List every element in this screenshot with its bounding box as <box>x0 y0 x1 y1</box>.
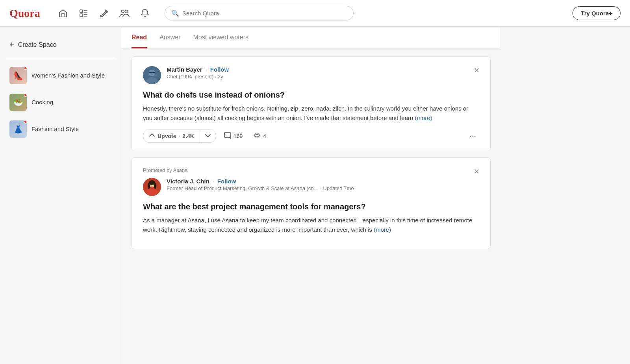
svg-point-25 <box>150 184 151 185</box>
share-count: 4 <box>263 133 266 139</box>
post-header: Martin Bayer · Follow Chef (1994–present… <box>143 66 479 84</box>
author-avatar-martin <box>143 66 161 84</box>
search-input[interactable] <box>182 10 347 17</box>
home-icon[interactable] <box>54 5 72 22</box>
svg-point-23 <box>148 183 150 189</box>
share-icon <box>254 132 261 140</box>
sidebar-item-label: Cooking <box>32 98 53 106</box>
upvote-group: Upvote · 2.4K <box>143 129 216 143</box>
post-card-1: Martin Bayer · Follow Chef (1994–present… <box>132 56 491 151</box>
tab-most-viewed[interactable]: Most viewed writers <box>193 27 248 48</box>
comment-button-1[interactable]: 169 <box>221 129 246 143</box>
author-line: Martin Bayer · Follow <box>167 66 479 73</box>
post-title-1: What do chefs use instead of onions? <box>143 90 479 100</box>
bell-icon[interactable] <box>136 5 154 22</box>
post-body-1: Honestly, there's no substitute for fres… <box>143 104 479 123</box>
post-body-text-2: As a manager at Asana, I use Asana to ke… <box>143 217 472 233</box>
svg-rect-16 <box>149 72 151 73</box>
svg-rect-1 <box>80 14 83 17</box>
author-name: Martin Bayer <box>167 66 202 73</box>
author-avatar-victoria <box>143 178 161 196</box>
plus-icon: + <box>9 40 14 49</box>
create-space-button[interactable]: + Create Space <box>6 36 115 53</box>
sidebar-avatar-cooking: 🥗 <box>9 94 27 111</box>
sidebar-item-label: Fashion and Style <box>32 125 79 133</box>
sidebar-avatar-womens-fashion: 👠 <box>9 67 27 84</box>
sidebar-item-fashion-style[interactable]: 👗 Fashion and Style <box>6 116 115 142</box>
sidebar-item-label: Women's Fashion and Style <box>32 72 105 79</box>
svg-rect-0 <box>80 10 83 13</box>
dot-separator: · <box>206 67 207 73</box>
tab-read[interactable]: Read <box>132 27 147 48</box>
sidebar-item-womens-fashion[interactable]: 👠 Women's Fashion and Style <box>6 63 115 88</box>
post-sub-meta: Chef (1994–present) · 2y <box>167 74 479 79</box>
follow-button-1[interactable]: Follow <box>210 66 229 73</box>
follow-button-2[interactable]: Follow <box>217 178 236 185</box>
tabs-bar: Read Answer Most viewed writers <box>122 27 500 48</box>
close-post-2-button[interactable]: ✕ <box>471 166 482 177</box>
tab-answer[interactable]: Answer <box>159 27 180 48</box>
upvote-label: Upvote <box>158 133 176 139</box>
comment-count: 169 <box>233 133 243 139</box>
post-card-2: Promoted by Asana ✕ <box>132 157 491 249</box>
sidebar: + Create Space 👠 Women's Fashion and Sty… <box>0 27 122 364</box>
post-sub-meta-2: Former Head of Product Marketing, Growth… <box>167 185 479 191</box>
author-name-2: Victoria J. Chin <box>167 178 209 185</box>
upvote-icon <box>149 132 155 140</box>
share-button-1[interactable]: 4 <box>250 129 269 143</box>
svg-point-11 <box>125 10 128 13</box>
post-more-link[interactable]: (more) <box>415 115 432 121</box>
post-header-2: Victoria J. Chin · Follow Former Head of… <box>143 178 479 196</box>
nav-icons <box>54 5 154 22</box>
svg-point-26 <box>153 184 154 185</box>
notification-dot <box>24 67 27 70</box>
quora-logo[interactable]: Quora <box>9 7 40 20</box>
notification-dot <box>24 94 27 97</box>
upvote-button[interactable]: Upvote · 2.4K <box>143 129 200 142</box>
svg-point-24 <box>154 183 156 189</box>
upvote-count: 2.4K <box>182 133 194 139</box>
main-content: Read Answer Most viewed writers <box>122 27 500 364</box>
comment-icon <box>224 132 231 140</box>
svg-point-10 <box>121 10 124 13</box>
svg-rect-17 <box>153 72 155 73</box>
people-icon[interactable] <box>116 5 133 22</box>
sidebar-avatar-fashion-style: 👗 <box>9 120 27 138</box>
upvote-sep: · <box>178 133 180 139</box>
page-container: + Create Space 👠 Women's Fashion and Sty… <box>0 27 630 364</box>
try-quora-plus-button[interactable]: Try Quora+ <box>573 6 621 20</box>
feed: Martin Bayer · Follow Chef (1994–present… <box>122 48 500 257</box>
post-title-2: What are the best project management too… <box>143 201 479 212</box>
author-line-2: Victoria J. Chin · Follow <box>167 178 479 185</box>
downvote-icon <box>205 132 211 140</box>
promoted-label: Promoted by Asana <box>143 167 479 173</box>
post-meta-2: Victoria J. Chin · Follow Former Head of… <box>167 178 479 191</box>
post-more-link-2[interactable]: (more) <box>374 226 391 233</box>
search-icon: 🔍 <box>171 9 179 17</box>
app-header: Quora <box>0 0 630 27</box>
notification-dot <box>24 120 27 124</box>
close-post-1-button[interactable]: ✕ <box>471 65 482 76</box>
sidebar-divider <box>6 58 115 58</box>
post-actions-1: Upvote · 2.4K <box>143 129 479 143</box>
sidebar-item-cooking[interactable]: 🥗 Cooking <box>6 90 115 115</box>
edit-icon[interactable] <box>95 5 113 22</box>
post-meta: Martin Bayer · Follow Chef (1994–present… <box>167 66 479 79</box>
dot-separator-2: · <box>213 178 214 185</box>
search-bar: 🔍 <box>165 6 354 20</box>
post-body-2: As a manager at Asana, I use Asana to ke… <box>143 216 479 235</box>
more-actions-button-1[interactable]: ··· <box>466 130 479 142</box>
list-icon[interactable] <box>75 5 92 22</box>
create-space-label: Create Space <box>18 41 57 48</box>
downvote-button[interactable] <box>200 129 216 142</box>
